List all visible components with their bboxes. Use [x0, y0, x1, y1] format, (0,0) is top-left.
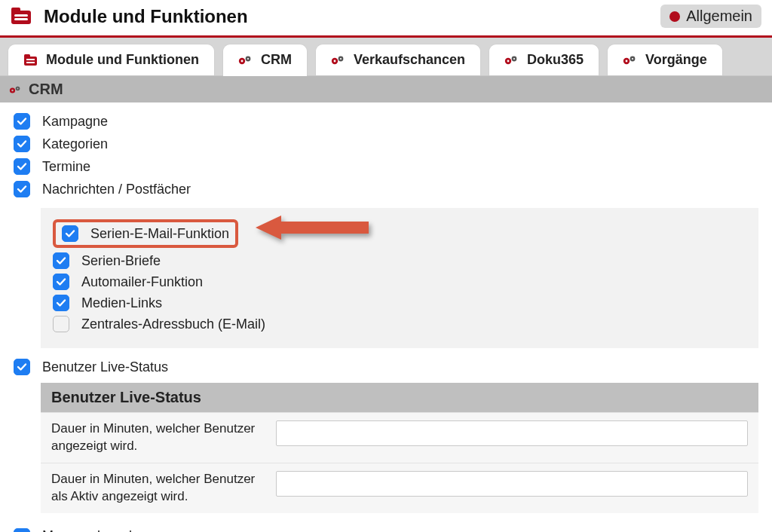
- check-label: Termine: [42, 159, 90, 175]
- tab-bar: Module und Funktionen CRM Verkaufschance…: [0, 38, 772, 76]
- checkbox-serien-email[interactable]: [62, 225, 78, 242]
- highlight-serien-email: Serien-E-Mail-Funktion: [53, 219, 238, 248]
- tab-doku365[interactable]: Doku365: [489, 44, 599, 75]
- tab-module-und-funktionen[interactable]: Module und Funktionen: [8, 44, 215, 75]
- svg-point-9: [241, 60, 244, 62]
- svg-point-25: [11, 89, 13, 90]
- check-row-nachrichten: Nachrichten / Postfächer: [14, 178, 758, 200]
- tab-verkaufschancen[interactable]: Verkaufschancen: [315, 44, 481, 75]
- tab-label: Vorgänge: [645, 52, 707, 68]
- input-display-duration[interactable]: [276, 420, 748, 446]
- tab-label: Doku365: [527, 52, 584, 68]
- svg-point-15: [340, 57, 342, 59]
- check-label: Kampagne: [42, 114, 108, 130]
- check-label: Serien-E-Mail-Funktion: [90, 226, 229, 242]
- form-row-display-duration: Dauer in Minuten, welcher Benutzer angez…: [41, 412, 758, 463]
- checkbox-serien-briefe[interactable]: [53, 252, 69, 269]
- svg-rect-5: [24, 54, 30, 58]
- svg-point-11: [247, 57, 249, 59]
- check-row-serien-briefe: Serien-Briefe: [53, 250, 746, 271]
- checkbox-zentrales-adressbuch[interactable]: [53, 316, 69, 332]
- check-label: Serien-Briefe: [81, 253, 161, 269]
- check-row-termine: Termine: [14, 155, 758, 178]
- chip-dot-icon: [669, 11, 680, 22]
- svg-point-27: [17, 87, 19, 89]
- section-header-crm: CRM: [0, 76, 772, 102]
- svg-rect-2: [14, 14, 28, 17]
- svg-point-21: [626, 60, 628, 62]
- form-input-wrap: [276, 471, 748, 497]
- svg-point-13: [334, 60, 336, 62]
- check-row-messageboard: Messageboard: [14, 525, 758, 532]
- mail-subpanel: Serien-E-Mail-Funktion Serien-Briefe Aut…: [41, 208, 758, 348]
- check-label: Nachrichten / Postfächer: [42, 182, 191, 197]
- checkbox-kategorien[interactable]: [14, 136, 30, 152]
- gears-icon: [238, 55, 253, 66]
- checkbox-nachrichten[interactable]: [14, 181, 30, 197]
- tab-crm[interactable]: CRM: [222, 44, 308, 75]
- form-label: Dauer in Minuten, welcher Benutzer angez…: [51, 420, 262, 455]
- tab-label: Verkaufschancen: [354, 52, 465, 68]
- svg-rect-7: [26, 62, 35, 63]
- check-label: Benutzer Live-Status: [42, 359, 168, 375]
- checkbox-termine[interactable]: [14, 158, 30, 175]
- gears-icon: [331, 55, 346, 66]
- live-status-panel-title: Benutzer Live-Status: [41, 383, 758, 412]
- input-active-duration[interactable]: [276, 471, 748, 497]
- check-row-kampagne: Kampagne: [14, 110, 758, 133]
- form-input-wrap: [276, 420, 748, 446]
- checkbox-messageboard[interactable]: [14, 528, 30, 532]
- page-header: Module und Funktionen Allgemein: [0, 0, 772, 38]
- gears-icon: [9, 85, 23, 94]
- form-row-active-duration: Dauer in Minuten, welcher Benutzer als A…: [41, 463, 758, 513]
- check-row-automailer: Automailer-Funktion: [53, 271, 746, 292]
- svg-point-19: [513, 57, 515, 59]
- gears-icon: [504, 55, 519, 66]
- folder-icon: [11, 7, 33, 26]
- svg-point-23: [632, 57, 633, 59]
- svg-rect-3: [14, 18, 28, 20]
- checkbox-kampagne[interactable]: [14, 113, 30, 130]
- tab-vorgaenge[interactable]: Vorgänge: [607, 44, 723, 75]
- check-label: Messageboard: [42, 528, 132, 532]
- header-left: Module und Funktionen: [11, 6, 248, 27]
- page-title: Module und Funktionen: [44, 6, 248, 27]
- check-label: Zentrales-Adressbuch (E-Mail): [81, 316, 265, 332]
- check-row-kategorien: Kategorien: [14, 133, 758, 155]
- form-label: Dauer in Minuten, welcher Benutzer als A…: [51, 471, 262, 506]
- tab-label: CRM: [261, 52, 292, 68]
- svg-rect-1: [11, 8, 20, 14]
- tab-label: Module und Funktionen: [46, 52, 199, 68]
- crm-checklist: Kampagne Kategorien Termine Nachrichten …: [0, 102, 772, 203]
- section-title: CRM: [29, 81, 63, 98]
- svg-point-17: [507, 60, 510, 62]
- check-label: Kategorien: [42, 136, 108, 152]
- checkbox-automailer[interactable]: [53, 274, 69, 290]
- live-status-panel: Benutzer Live-Status Dauer in Minuten, w…: [41, 383, 758, 513]
- check-label: Medien-Links: [81, 295, 162, 311]
- checkbox-live-status[interactable]: [14, 359, 30, 375]
- messageboard-row: Messageboard: [0, 518, 772, 532]
- check-row-zentrales-adressbuch: Zentrales-Adressbuch (E-Mail): [53, 313, 746, 335]
- check-row-live-status: Benutzer Live-Status: [14, 356, 758, 378]
- check-label: Automailer-Funktion: [81, 274, 203, 290]
- annotation-arrow-icon: [256, 212, 376, 246]
- check-row-serien-email: Serien-E-Mail-Funktion: [53, 217, 746, 250]
- svg-rect-6: [26, 59, 35, 60]
- chip-allgemein[interactable]: Allgemein: [660, 5, 761, 28]
- check-row-medien-links: Medien-Links: [53, 292, 746, 313]
- checkbox-medien-links[interactable]: [53, 295, 69, 311]
- chip-label: Allgemein: [686, 8, 752, 25]
- svg-marker-28: [256, 216, 369, 240]
- folder-icon: [23, 54, 38, 67]
- gears-icon: [623, 55, 638, 66]
- live-status-toggle-row: Benutzer Live-Status: [0, 353, 772, 378]
